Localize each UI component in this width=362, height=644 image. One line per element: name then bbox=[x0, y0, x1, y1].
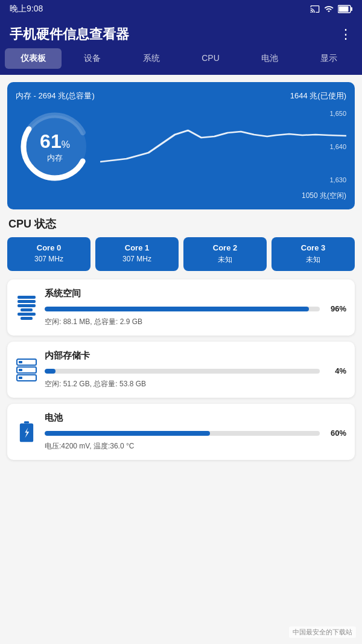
memory-body: 61% 内存 1,650 1,640 1,630 bbox=[16, 107, 346, 186]
y-label-2: 1,640 bbox=[329, 143, 346, 150]
battery-bar-fill bbox=[45, 431, 210, 436]
memory-total-label: 内存 - 2694 兆(总容量) bbox=[16, 91, 95, 101]
watermark: 中国最安全的下载站 bbox=[289, 626, 356, 638]
svg-rect-1 bbox=[339, 7, 349, 12]
memory-chart: 1,650 1,640 1,630 bbox=[100, 107, 346, 186]
system-space-icon bbox=[16, 296, 37, 320]
core-2-freq: 未知 bbox=[186, 255, 264, 265]
internal-storage-card: 内部存储卡 4% 空闲: 51.2 GB, 总容量: 53.8 GB bbox=[7, 342, 355, 398]
y-label-1: 1,650 bbox=[329, 110, 346, 117]
battery-info: 电池 60% 电压:4200 mV, 温度:36.0 °C bbox=[45, 412, 346, 451]
cpu-section-title: CPU 状态 bbox=[8, 217, 354, 231]
memory-used-label: 1644 兆(已使用) bbox=[290, 91, 346, 101]
status-bar: 晚上9:08 bbox=[0, 0, 362, 18]
system-space-bar-fill bbox=[45, 307, 309, 311]
app-header: 手机硬件信息查看器 ⋮ bbox=[0, 18, 362, 48]
gauge-label: 内存 bbox=[40, 153, 70, 164]
svg-rect-12 bbox=[24, 421, 30, 423]
memory-card: 内存 - 2694 兆(总容量) 1644 兆(已使用) 61% 内存 bbox=[7, 82, 355, 209]
core-3-freq: 未知 bbox=[274, 255, 352, 265]
memory-gauge: 61% 内存 bbox=[16, 107, 94, 186]
battery-icon bbox=[18, 421, 35, 443]
svg-rect-11 bbox=[19, 377, 22, 379]
internal-storage-detail: 空闲: 51.2 GB, 总容量: 53.8 GB bbox=[45, 379, 346, 389]
battery-card: 电池 60% 电压:4200 mV, 温度:36.0 °C bbox=[7, 404, 355, 460]
system-space-progress: 96% bbox=[45, 304, 346, 313]
system-space-card: 系统空间 96% 空闲: 88.1 MB, 总容量: 2.9 GB bbox=[7, 279, 355, 336]
memory-free-label: 1050 兆(空闲) bbox=[302, 191, 346, 200]
tab-display[interactable]: 显示 bbox=[300, 48, 357, 69]
gauge-percent-value: 61% bbox=[40, 130, 70, 153]
tab-battery[interactable]: 电池 bbox=[241, 48, 298, 69]
tab-dashboard[interactable]: 仪表板 bbox=[5, 48, 62, 69]
core-card-0: Core 0 307 MHz bbox=[7, 237, 91, 271]
battery-icon-wrap bbox=[16, 421, 37, 443]
tab-device[interactable]: 设备 bbox=[64, 48, 121, 69]
system-space-bar-bg bbox=[45, 307, 320, 311]
internal-storage-icon bbox=[16, 358, 37, 382]
svg-rect-7 bbox=[19, 361, 22, 363]
core-1-freq: 307 MHz bbox=[98, 255, 176, 263]
status-time: 晚上9:08 bbox=[10, 4, 43, 14]
internal-storage-info: 内部存储卡 4% 空闲: 51.2 GB, 总容量: 53.8 GB bbox=[45, 350, 346, 389]
svg-rect-2 bbox=[351, 7, 353, 11]
internal-storage-progress: 4% bbox=[45, 366, 346, 375]
core-card-3: Core 3 未知 bbox=[272, 237, 355, 271]
battery-bar-bg bbox=[45, 431, 320, 436]
app-title: 手机硬件信息查看器 bbox=[10, 25, 129, 43]
chart-y-labels: 1,650 1,640 1,630 bbox=[329, 107, 346, 186]
svg-rect-13 bbox=[20, 423, 33, 442]
battery-detail: 电压:4200 mV, 温度:36.0 °C bbox=[45, 441, 346, 451]
battery-progress: 60% bbox=[45, 429, 346, 438]
system-space-name: 系统空间 bbox=[45, 288, 346, 299]
memory-footer: 1050 兆(空闲) bbox=[16, 191, 346, 201]
gauge-text: 61% 内存 bbox=[40, 130, 70, 164]
core-1-name: Core 1 bbox=[98, 243, 176, 252]
wifi-icon bbox=[323, 4, 334, 14]
core-2-name: Core 2 bbox=[186, 243, 264, 252]
tab-system[interactable]: 系统 bbox=[123, 48, 180, 69]
tab-bar: 仪表板 设备 系统 CPU 电池 显示 bbox=[0, 48, 362, 75]
internal-storage-pct: 4% bbox=[325, 366, 346, 375]
battery-pct: 60% bbox=[325, 429, 346, 438]
system-space-detail: 空闲: 88.1 MB, 总容量: 2.9 GB bbox=[45, 317, 346, 327]
system-space-pct: 96% bbox=[325, 304, 346, 313]
core-0-freq: 307 MHz bbox=[10, 255, 88, 263]
memory-header: 内存 - 2694 兆(总容量) 1644 兆(已使用) bbox=[16, 91, 346, 101]
memory-chart-svg bbox=[100, 107, 346, 186]
core-3-name: Core 3 bbox=[274, 243, 352, 252]
battery-status-icon bbox=[338, 5, 352, 13]
cpu-cores: Core 0 307 MHz Core 1 307 MHz Core 2 未知 … bbox=[7, 237, 355, 271]
y-label-3: 1,630 bbox=[329, 176, 346, 183]
core-card-1: Core 1 307 MHz bbox=[95, 237, 179, 271]
system-space-info: 系统空间 96% 空闲: 88.1 MB, 总容量: 2.9 GB bbox=[45, 288, 346, 327]
internal-storage-bar-bg bbox=[45, 369, 320, 374]
menu-button[interactable]: ⋮ bbox=[339, 27, 352, 42]
core-card-2: Core 2 未知 bbox=[183, 237, 267, 271]
internal-storage-name: 内部存储卡 bbox=[45, 350, 346, 362]
internal-storage-bar-fill bbox=[45, 369, 56, 374]
svg-rect-9 bbox=[19, 369, 22, 371]
internal-storage-svg bbox=[16, 358, 37, 382]
screencast-icon bbox=[310, 4, 320, 14]
status-icons bbox=[310, 4, 352, 14]
battery-name: 电池 bbox=[45, 412, 346, 424]
tab-cpu[interactable]: CPU bbox=[182, 48, 239, 69]
core-0-name: Core 0 bbox=[10, 243, 88, 252]
